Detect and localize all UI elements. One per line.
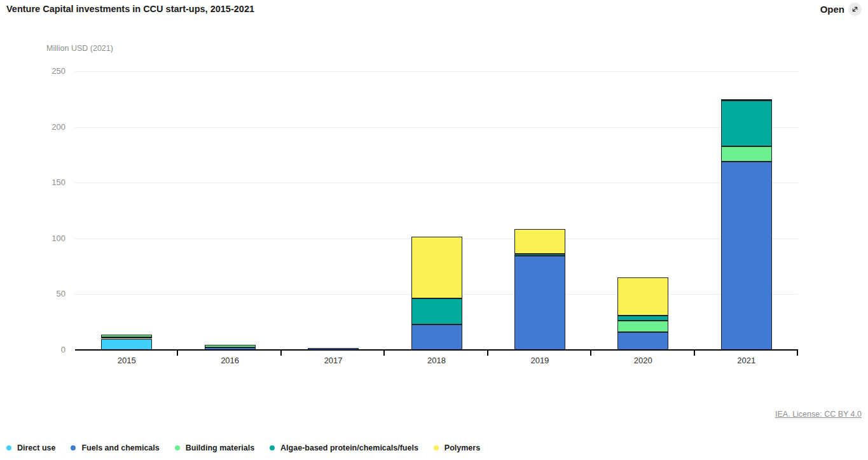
bar-segment[interactable] — [514, 254, 565, 256]
bar-segment[interactable] — [617, 332, 668, 350]
bar-segment[interactable] — [721, 101, 772, 146]
bar-segment[interactable] — [411, 298, 462, 324]
bar-segment[interactable] — [411, 324, 462, 350]
legend-item-0[interactable]: Direct use — [6, 443, 55, 452]
y-tick-label-250: 250 — [35, 66, 65, 76]
bar-segment[interactable] — [101, 339, 152, 351]
x-axis-tick — [177, 351, 178, 356]
license-link[interactable]: IEA. License: CC BY 4.0 — [775, 410, 862, 419]
x-axis-tick — [590, 351, 591, 356]
bar-segment[interactable] — [101, 337, 152, 339]
x-axis-label-2018: 2018 — [385, 356, 488, 365]
legend-dot-icon — [175, 445, 180, 450]
open-button[interactable]: Open — [820, 3, 862, 16]
x-axis-tick — [280, 351, 282, 356]
legend-dot-icon — [434, 445, 439, 450]
bar-segment[interactable] — [721, 162, 772, 350]
bar-segment[interactable] — [411, 237, 462, 298]
y-tick-label-50: 50 — [35, 289, 65, 299]
bar-segment[interactable] — [101, 335, 152, 337]
x-axis-label-2020: 2020 — [591, 356, 694, 365]
bar-segment[interactable] — [617, 277, 668, 316]
x-axis-label-2021: 2021 — [695, 356, 798, 365]
legend-label: Fuels and chemicals — [81, 443, 159, 452]
legend-item-3[interactable]: Algae-based protein/chemicals/fuels — [270, 443, 418, 452]
x-axis-label-2017: 2017 — [282, 356, 385, 365]
bar-segment[interactable] — [205, 345, 256, 347]
bar-segment[interactable] — [617, 316, 668, 321]
legend-label: Direct use — [17, 443, 55, 452]
legend-dot-icon — [6, 445, 11, 450]
bar-segment[interactable] — [514, 256, 565, 350]
x-axis-line — [75, 349, 798, 351]
legend-label: Algae-based protein/chemicals/fuels — [280, 443, 418, 452]
chart-widget: Venture Capital investments in CCU start… — [0, 0, 868, 460]
x-axis-tick — [383, 351, 385, 356]
open-external-arrow-icon — [848, 3, 862, 16]
gridline-200 — [75, 127, 798, 128]
x-axis-label-2016: 2016 — [178, 356, 281, 365]
x-axis-tick — [797, 351, 798, 356]
gridline-250 — [75, 71, 798, 72]
y-tick-label-150: 150 — [35, 178, 65, 188]
bar-segment[interactable] — [617, 321, 668, 332]
y-axis-title: Million USD (2021) — [46, 44, 113, 53]
legend-item-2[interactable]: Building materials — [175, 443, 254, 452]
bar-segment[interactable] — [721, 146, 772, 162]
x-axis-tick — [694, 351, 695, 356]
legend-label: Building materials — [186, 443, 254, 452]
open-button-label: Open — [820, 4, 844, 15]
y-tick-label-0: 0 — [35, 345, 65, 355]
x-axis-label-2019: 2019 — [488, 356, 591, 365]
bar-segment[interactable] — [514, 229, 565, 254]
y-tick-label-200: 200 — [35, 122, 65, 132]
legend: Direct useFuels and chemicalsBuilding ma… — [6, 443, 480, 452]
legend-item-4[interactable]: Polymers — [434, 443, 480, 452]
legend-item-1[interactable]: Fuels and chemicals — [71, 443, 159, 452]
gridline-150 — [75, 183, 798, 183]
legend-label: Polymers — [444, 443, 480, 452]
legend-dot-icon — [270, 445, 275, 450]
chart-title: Venture Capital investments in CCU start… — [6, 4, 254, 14]
bar-segment[interactable] — [721, 99, 772, 101]
x-axis-label-2015: 2015 — [75, 356, 178, 365]
y-tick-label-100: 100 — [35, 233, 65, 244]
legend-dot-icon — [71, 445, 76, 450]
x-axis-tick — [487, 351, 488, 356]
